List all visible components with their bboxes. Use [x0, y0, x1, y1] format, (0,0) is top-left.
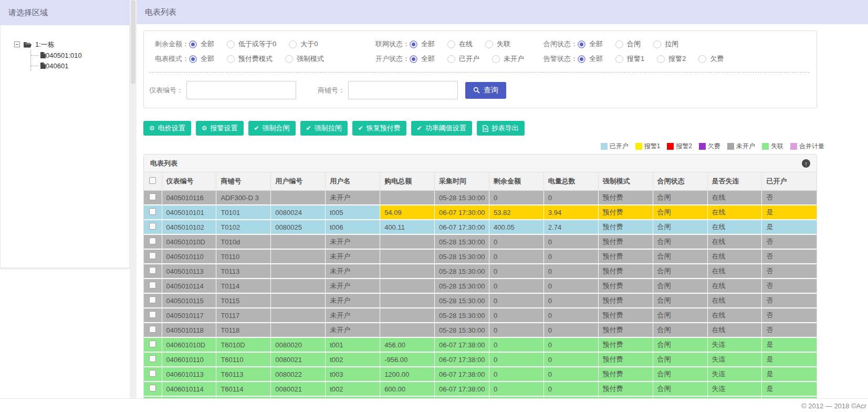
radio-option[interactable]: 全部 [410, 54, 435, 64]
row-checkbox[interactable] [149, 355, 156, 362]
row-checkbox[interactable] [149, 208, 156, 215]
row-checkbox[interactable] [149, 341, 156, 347]
radio-option[interactable]: 大于0 [289, 39, 318, 49]
legend-label: 失联 [771, 142, 783, 151]
table-cell: 在线 [707, 279, 762, 293]
table-cell: 未开户 [326, 293, 380, 308]
toolbar-button[interactable]: ⚙报警设置 [196, 121, 244, 136]
table-cell: 3.94 [543, 205, 598, 220]
meter-no-label: 仪表编号： [149, 86, 183, 95]
row-checkbox[interactable] [149, 296, 156, 303]
legend-item: 未开户 [727, 142, 755, 151]
column-header[interactable]: 购电总额 [380, 172, 435, 191]
radio-button[interactable] [615, 55, 623, 63]
radio-option[interactable]: 全部 [189, 39, 214, 49]
radio-button[interactable] [227, 40, 235, 48]
column-header[interactable]: 商铺号 [216, 172, 271, 191]
radio-button[interactable] [410, 40, 417, 48]
toolbar-button[interactable]: ✔恢复预付费 [352, 121, 406, 136]
select-all-header [144, 172, 162, 191]
radio-button[interactable] [698, 55, 706, 63]
table-cell: T6010D [216, 337, 271, 352]
meter-no-input[interactable] [186, 81, 296, 99]
radio-option[interactable]: 报警2 [657, 54, 686, 64]
radio-button[interactable] [653, 40, 661, 48]
column-header[interactable]: 是否失连 [707, 172, 762, 191]
radio-option[interactable]: 失联 [485, 39, 510, 49]
radio-button[interactable] [189, 40, 197, 48]
radio-option[interactable]: 未开户 [492, 54, 524, 64]
radio-button[interactable] [447, 55, 455, 63]
radio-button[interactable] [485, 40, 493, 48]
row-checkbox[interactable] [149, 385, 156, 392]
radio-button[interactable] [285, 55, 293, 63]
radio-option[interactable]: 全部 [578, 54, 603, 64]
column-header[interactable]: 已开户 [762, 172, 817, 191]
row-checkbox[interactable] [149, 238, 156, 244]
column-header[interactable]: 仪表编号 [162, 172, 216, 191]
collapse-up-icon[interactable]: ↑ [802, 159, 810, 168]
column-header[interactable]: 剩余金额 [489, 172, 543, 191]
radio-option[interactable]: 低于或等于0 [227, 39, 276, 49]
table-cell: 05-28 15:30:00 [435, 279, 489, 293]
radio-option[interactable]: 强制模式 [285, 54, 324, 64]
row-select-cell [144, 352, 162, 367]
row-checkbox[interactable] [149, 267, 156, 274]
toolbar-button[interactable]: ⚙电价设置 [143, 121, 191, 136]
row-checkbox[interactable] [149, 223, 156, 230]
scrollbar-thumb[interactable] [131, 0, 135, 84]
radio-option[interactable]: 全部 [578, 39, 603, 49]
row-checkbox[interactable] [149, 252, 156, 259]
radio-option[interactable]: 报警1 [615, 54, 644, 64]
row-checkbox[interactable] [149, 311, 156, 318]
radio-option[interactable]: 在线 [447, 39, 473, 49]
radio-option[interactable]: 全部 [410, 39, 435, 49]
search-button[interactable]: 查询 [465, 82, 506, 99]
table-cell: 1200.00 [380, 367, 435, 382]
radio-option[interactable]: 全部 [189, 54, 214, 64]
tree-collapse-icon[interactable] [14, 42, 20, 47]
shop-no-input[interactable] [348, 81, 458, 99]
column-header[interactable]: 合闸状态 [653, 172, 707, 191]
radio-button[interactable] [492, 55, 500, 63]
row-checkbox[interactable] [149, 193, 156, 200]
table-cell: 未开户 [326, 234, 380, 249]
column-header[interactable]: 电量总数 [543, 172, 598, 191]
radio-option[interactable]: 预付费模式 [227, 54, 273, 64]
radio-button[interactable] [410, 55, 417, 63]
column-header[interactable]: 用户编号 [271, 172, 326, 191]
radio-label: 欠费 [710, 54, 724, 64]
radio-option[interactable]: 合闸 [615, 39, 641, 49]
table-cell: 0405010114 [162, 279, 216, 293]
radio-button[interactable] [447, 40, 455, 48]
filter-group: 剩余金额：全部低于或等于0大于0 [149, 39, 370, 49]
radio-option[interactable]: 欠费 [698, 54, 724, 64]
radio-option[interactable]: 已开户 [447, 54, 479, 64]
row-checkbox[interactable] [149, 326, 156, 333]
row-checkbox[interactable] [149, 282, 156, 289]
select-all-checkbox[interactable] [149, 177, 156, 184]
row-checkbox[interactable] [149, 370, 156, 377]
radio-button[interactable] [578, 40, 585, 48]
toolbar-button[interactable]: ✔强制拉闸 [300, 121, 348, 136]
radio-button[interactable] [289, 40, 297, 48]
table-cell [380, 323, 435, 337]
table-cell: t002 [326, 382, 380, 396]
tree-node-leaf[interactable]: 040601 [31, 60, 129, 71]
tree-node-root[interactable]: 1:一栋 [14, 39, 129, 50]
toolbar-button[interactable]: ✔强制合闸 [248, 121, 296, 136]
sidebar-scrollbar[interactable] [130, 0, 137, 412]
toolbar-button[interactable]: ✔功率阈值设置 [411, 121, 472, 136]
radio-button[interactable] [657, 55, 665, 63]
toolbar-button[interactable]: 抄表导出 [477, 121, 525, 136]
radio-button[interactable] [578, 55, 585, 63]
column-header[interactable]: 采集时间 [435, 172, 489, 191]
column-header[interactable]: 强制模式 [598, 172, 653, 191]
radio-button[interactable] [615, 40, 623, 48]
radio-button[interactable] [227, 55, 235, 63]
column-header[interactable]: 用户名 [326, 172, 380, 191]
radio-option[interactable]: 拉闸 [653, 39, 678, 49]
radio-button[interactable] [189, 55, 197, 63]
tree-node-leaf[interactable]: 040501:010 [31, 50, 129, 60]
search-icon [473, 87, 480, 94]
